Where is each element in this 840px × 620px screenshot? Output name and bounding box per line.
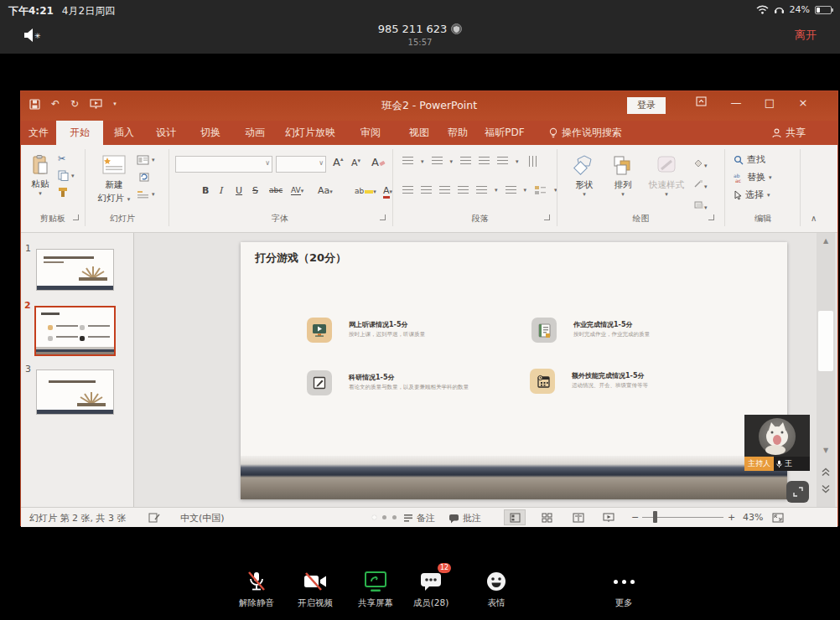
tab-foxit-pdf[interactable]: 福昕PDF xyxy=(479,121,531,145)
bold-button[interactable]: B xyxy=(202,185,209,196)
language-status[interactable]: 中文(中国) xyxy=(180,512,225,524)
audio-route-speaker-icon[interactable]: ✳ xyxy=(23,28,42,43)
strikethrough-button[interactable]: S xyxy=(252,185,258,196)
scroll-down-icon[interactable]: ▼ xyxy=(817,447,835,454)
toolbar-more[interactable]: 更多 xyxy=(597,568,651,609)
close-button[interactable]: × xyxy=(791,96,816,109)
toolbar-start-video[interactable]: 开启视频 xyxy=(288,568,342,609)
tab-home[interactable]: 开始 xyxy=(56,121,103,145)
host-video-tile[interactable]: 主持人 王 xyxy=(744,415,810,471)
line-spacing-icon[interactable] xyxy=(497,157,508,166)
meeting-security-icon[interactable] xyxy=(451,23,462,34)
copy-icon[interactable] xyxy=(58,170,69,181)
qat-customize-caret-icon[interactable]: ▾ xyxy=(113,101,117,107)
grow-font-button[interactable]: A▴ xyxy=(333,156,343,168)
change-case-button[interactable]: Aa▾ xyxy=(318,185,333,196)
slide-thumbnail-2-selected[interactable] xyxy=(34,306,116,356)
select-button[interactable]: 选择 ▾ xyxy=(734,189,770,201)
align-left-icon[interactable] xyxy=(402,186,413,195)
tab-animations[interactable]: 动画 xyxy=(236,121,274,145)
bullets-icon[interactable] xyxy=(402,157,413,166)
font-dialog-launcher[interactable] xyxy=(380,214,386,220)
increase-indent-icon[interactable] xyxy=(479,157,490,166)
reset-slide-icon[interactable] xyxy=(138,172,150,183)
shapes-button[interactable]: 形状 ▾ xyxy=(568,154,601,198)
share-button[interactable]: 共享 xyxy=(772,121,806,145)
ribbon-display-options-icon[interactable] xyxy=(688,96,713,109)
quick-styles-button[interactable]: 快速样式 ▾ xyxy=(643,154,690,198)
font-color-button[interactable]: A▾ xyxy=(383,185,392,196)
text-direction-icon[interactable] xyxy=(527,156,537,167)
section-caret-icon[interactable]: ▾ xyxy=(152,191,155,198)
shape-outline-button[interactable]: ▾ xyxy=(693,176,708,192)
zoom-level[interactable]: 43% xyxy=(743,512,763,523)
arrange-button[interactable]: 排列 ▾ xyxy=(606,154,640,198)
layout-caret-icon[interactable]: ▾ xyxy=(152,157,155,163)
save-icon[interactable] xyxy=(29,99,40,110)
tab-transitions[interactable]: 切换 xyxy=(191,121,230,145)
columns-icon[interactable] xyxy=(476,186,487,195)
zoom-out-button[interactable]: − xyxy=(631,512,639,523)
convert-smartart-icon[interactable] xyxy=(534,185,547,195)
tell-me-search[interactable]: 操作说明搜索 xyxy=(549,121,622,145)
toolbar-share-screen[interactable]: 共享屏幕 xyxy=(349,568,402,609)
tab-review[interactable]: 审阅 xyxy=(351,121,390,145)
italic-button[interactable]: I xyxy=(219,185,222,196)
previous-slide-icon[interactable] xyxy=(821,468,831,477)
reading-view-button[interactable] xyxy=(568,509,589,525)
toolbar-reactions[interactable]: 表情 xyxy=(469,568,523,609)
cut-icon[interactable]: ✂ xyxy=(58,153,65,164)
collapse-ribbon-button[interactable]: ∧ xyxy=(811,214,817,223)
align-right-icon[interactable] xyxy=(439,186,450,195)
section-icon[interactable] xyxy=(137,189,149,199)
clear-formatting-button[interactable]: A xyxy=(371,156,386,168)
slide-sorter-view-button[interactable] xyxy=(536,509,557,525)
toolbar-unmute[interactable]: 解除静音 xyxy=(230,568,283,609)
maximize-button[interactable]: □ xyxy=(757,96,782,109)
paragraph-dialog-launcher[interactable] xyxy=(544,214,550,220)
tab-design[interactable]: 设计 xyxy=(147,121,185,145)
align-text-caret-icon[interactable]: ▾ xyxy=(524,187,527,194)
clipboard-dialog-launcher[interactable] xyxy=(73,214,79,220)
underline-button[interactable]: U xyxy=(236,185,242,196)
slide-thumbnail-1[interactable] xyxy=(36,249,114,291)
format-painter-icon[interactable] xyxy=(58,187,69,198)
normal-view-button[interactable] xyxy=(504,509,526,525)
find-button[interactable]: 查找 xyxy=(734,153,765,166)
drawing-dialog-launcher[interactable] xyxy=(708,214,714,220)
zoom-in-button[interactable]: + xyxy=(728,512,735,523)
bullets-caret-icon[interactable]: ▾ xyxy=(421,158,424,165)
spellcheck-icon[interactable] xyxy=(148,513,160,523)
columns-caret-icon[interactable]: ▾ xyxy=(495,187,498,194)
tab-view[interactable]: 视图 xyxy=(400,121,438,145)
align-text-icon[interactable] xyxy=(506,186,516,195)
slide-layout-icon[interactable] xyxy=(137,155,149,165)
justify-icon[interactable] xyxy=(458,186,469,195)
scroll-up-icon[interactable]: ▲ xyxy=(817,237,835,245)
paste-button[interactable]: 粘贴 ▾ xyxy=(26,155,54,197)
replace-button[interactable]: abac 替换 ▾ xyxy=(734,171,772,183)
meeting-id-row[interactable]: 985 211 623 xyxy=(336,23,504,35)
minimize-button[interactable]: — xyxy=(723,96,749,109)
scrollbar-thumb[interactable] xyxy=(818,311,833,371)
comments-toggle[interactable]: 批注 xyxy=(449,512,481,524)
shape-effects-button[interactable]: ▾ xyxy=(693,197,708,213)
notes-toggle[interactable]: 备注 xyxy=(403,512,435,524)
leave-meeting-button[interactable]: 离开 xyxy=(795,28,817,43)
shape-fill-button[interactable]: ▾ xyxy=(693,155,708,171)
line-spacing-caret-icon[interactable]: ▾ xyxy=(516,158,519,165)
align-center-icon[interactable] xyxy=(421,186,432,195)
toolbar-members[interactable]: 12 成员(28) xyxy=(404,568,458,609)
start-slideshow-icon[interactable] xyxy=(90,99,102,109)
tab-slideshow[interactable]: 幻灯片放映 xyxy=(277,121,343,145)
minimize-shared-view-button[interactable] xyxy=(786,481,809,503)
zoom-slider-thumb[interactable] xyxy=(653,511,657,523)
vertical-scrollbar[interactable]: ▲ ▼ xyxy=(817,233,835,507)
font-size-combobox[interactable]: ∨ xyxy=(276,156,326,173)
shrink-font-button[interactable]: A▾ xyxy=(351,158,360,168)
tab-file[interactable]: 文件 xyxy=(21,121,56,145)
copy-caret-icon[interactable]: ▾ xyxy=(71,173,75,179)
slideshow-view-button[interactable] xyxy=(598,509,620,525)
strikethrough-abc-icon[interactable]: abc xyxy=(269,186,283,194)
slide-canvas[interactable]: 打分游戏（20分） 网上听课情况1-5分 按时上课，迟到早退，听课质量 作业完成… xyxy=(241,242,787,499)
